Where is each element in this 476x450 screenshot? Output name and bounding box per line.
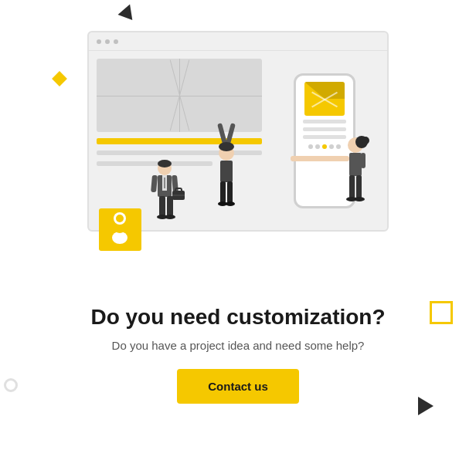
browser-dot-2 — [105, 39, 110, 44]
deco-diamond — [52, 71, 67, 86]
phone-dots — [308, 144, 341, 149]
main-heading: Do you need customization? — [53, 305, 423, 330]
browser-right-panel — [270, 59, 379, 222]
phone-mockup — [294, 73, 355, 208]
illustration-container — [76, 31, 400, 262]
svg-point-2 — [112, 232, 128, 244]
text-section: Do you need customization? Do you have a… — [53, 305, 423, 404]
placeholder-bar-yellow — [97, 138, 262, 144]
contact-us-button[interactable]: Contact us — [177, 369, 299, 404]
phone-envelope-icon — [304, 82, 345, 116]
placeholder-bar-gray-2 — [97, 161, 212, 166]
placeholder-image — [97, 59, 262, 132]
envelope-x-lines — [304, 82, 345, 116]
phone-dot-3 — [322, 144, 327, 149]
browser-dot-3 — [114, 39, 118, 44]
deco-circle-left — [4, 378, 18, 392]
browser-toolbar — [89, 32, 387, 51]
phone-line-1 — [303, 120, 346, 123]
deco-square-outline — [430, 301, 453, 324]
phone-line-2 — [303, 127, 346, 131]
phone-dot-4 — [329, 144, 334, 149]
phone-dot-1 — [308, 144, 313, 149]
phone-dot-2 — [315, 144, 320, 149]
browser-window — [87, 31, 389, 232]
browser-content — [89, 51, 387, 230]
phone-line-3 — [303, 135, 346, 139]
browser-left-panel — [97, 59, 262, 222]
sub-heading: Do you have a project idea and need some… — [53, 339, 423, 352]
browser-dot-1 — [97, 39, 101, 44]
deco-triangle-top — [118, 2, 138, 20]
placeholder-bar-gray-1 — [97, 151, 262, 155]
phone-dot-5 — [336, 144, 341, 149]
